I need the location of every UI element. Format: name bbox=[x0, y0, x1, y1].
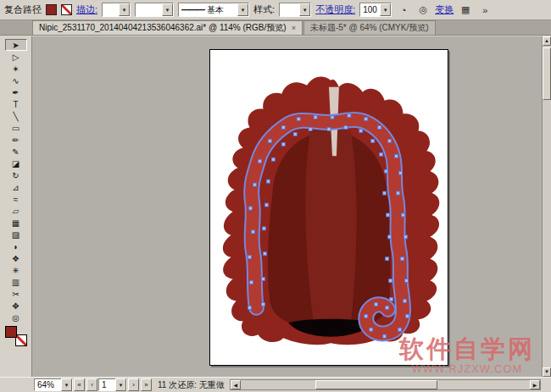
anchor-point[interactable] bbox=[380, 152, 383, 156]
anchor-point[interactable] bbox=[266, 179, 270, 183]
warp-tool[interactable]: ≈ bbox=[5, 193, 27, 205]
variable-width-combo[interactable]: ▼ bbox=[135, 3, 174, 17]
eraser-tool[interactable]: ◪ bbox=[5, 157, 27, 169]
stroke-panel-link[interactable]: 描边: bbox=[76, 3, 97, 16]
stroke-weight-combo[interactable]: ▼ bbox=[102, 3, 131, 17]
artboard-number-combo[interactable]: 1 ▼ bbox=[98, 378, 127, 391]
chevron-down-icon[interactable]: ▼ bbox=[162, 3, 173, 16]
anchor-point[interactable] bbox=[309, 128, 312, 131]
lasso-tool[interactable]: ∿ bbox=[5, 75, 27, 86]
graph-tool[interactable]: ▥ bbox=[5, 276, 27, 288]
paintbrush-tool[interactable]: ✏ bbox=[5, 134, 27, 146]
symbol-sprayer-tool[interactable]: ✳ bbox=[5, 264, 27, 276]
anchor-point[interactable] bbox=[344, 126, 348, 130]
anchor-point[interactable] bbox=[365, 118, 368, 121]
anchor-point[interactable] bbox=[404, 235, 408, 239]
artwork-svg[interactable] bbox=[210, 50, 448, 365]
isolate-mode-icon[interactable]: ◎ bbox=[415, 3, 431, 18]
anchor-point[interactable] bbox=[249, 207, 253, 210]
anchor-point[interactable] bbox=[327, 128, 331, 131]
horizontal-scroll-thumb[interactable] bbox=[315, 380, 437, 389]
anchor-point[interactable] bbox=[385, 169, 388, 173]
anchor-point[interactable] bbox=[281, 142, 285, 146]
zoom-level-combo[interactable]: 64% ▼ bbox=[34, 378, 73, 391]
anchor-point[interactable] bbox=[263, 252, 266, 256]
eyedropper-tool[interactable]: ◗ bbox=[5, 240, 27, 252]
scroll-up-icon[interactable]: ▲ bbox=[543, 36, 551, 46]
opacity-combo[interactable]: 100 ▼ bbox=[359, 3, 392, 17]
rectangle-tool[interactable]: ▭ bbox=[5, 122, 27, 134]
brush-definition-combo[interactable]: ——— 基本 ▼ bbox=[178, 3, 249, 17]
anchor-point[interactable] bbox=[399, 171, 403, 174]
anchor-point[interactable] bbox=[359, 129, 363, 132]
anchor-point[interactable] bbox=[365, 314, 368, 317]
anchor-point[interactable] bbox=[258, 159, 261, 163]
scale-tool[interactable]: ⊿ bbox=[5, 181, 27, 193]
anchor-point[interactable] bbox=[378, 126, 381, 130]
anchor-point[interactable] bbox=[395, 154, 398, 157]
style-combo[interactable]: ▼ bbox=[279, 3, 311, 17]
rotate-tool[interactable]: ↻ bbox=[5, 169, 27, 181]
tab-document-2[interactable]: 未标题-5* @ 64% (CMYK/预览) bbox=[303, 20, 436, 35]
selection-tool[interactable]: ➤ bbox=[5, 39, 27, 51]
type-tool[interactable]: T bbox=[5, 98, 27, 110]
anchor-point[interactable] bbox=[262, 227, 265, 230]
anchor-point[interactable] bbox=[370, 328, 373, 331]
tab-document-1[interactable]: Nipic_2531170_20140404213536046362.ai* @… bbox=[32, 20, 303, 35]
chevron-down-icon[interactable]: ▼ bbox=[380, 3, 391, 16]
anchor-point[interactable] bbox=[405, 279, 409, 283]
chevron-down-icon[interactable]: ▼ bbox=[61, 378, 72, 391]
opacity-panel-link[interactable]: 不透明度: bbox=[315, 3, 355, 16]
scroll-down-icon[interactable]: ▼ bbox=[543, 367, 551, 377]
anchor-point[interactable] bbox=[250, 281, 253, 284]
anchor-point[interactable] bbox=[331, 116, 334, 119]
chevron-down-icon[interactable]: ▼ bbox=[115, 378, 126, 391]
anchor-point[interactable] bbox=[264, 203, 268, 207]
pencil-tool[interactable]: ✎ bbox=[5, 146, 27, 157]
panel-grid-icon[interactable]: ▦ bbox=[458, 3, 473, 18]
anchor-point[interactable] bbox=[402, 213, 405, 217]
anchor-point[interactable] bbox=[314, 116, 317, 119]
anchor-point[interactable] bbox=[383, 191, 387, 195]
anchor-point[interactable] bbox=[389, 279, 392, 283]
blend-tool[interactable]: ❖ bbox=[5, 252, 27, 264]
vertical-scrollbar[interactable]: ▲ ▼ bbox=[542, 36, 551, 377]
anchor-point[interactable] bbox=[371, 139, 375, 142]
previous-artboard-button[interactable]: ‹ bbox=[86, 378, 97, 391]
vertical-scroll-thumb[interactable] bbox=[543, 47, 551, 100]
anchor-point[interactable] bbox=[406, 314, 409, 317]
anchor-point[interactable] bbox=[401, 257, 404, 261]
anchor-point[interactable] bbox=[388, 139, 392, 142]
hair-center-column[interactable] bbox=[305, 126, 356, 325]
anchor-point[interactable] bbox=[390, 297, 393, 301]
horizontal-scroll-track[interactable] bbox=[241, 380, 530, 389]
anchor-point[interactable] bbox=[297, 118, 300, 121]
anchor-point[interactable] bbox=[386, 306, 389, 309]
first-artboard-button[interactable]: « bbox=[74, 378, 85, 391]
anchor-point[interactable] bbox=[398, 328, 402, 331]
anchor-point[interactable] bbox=[397, 191, 400, 195]
mesh-tool[interactable]: ▦ bbox=[5, 217, 27, 229]
canvas-area[interactable]: 软件自学网 WWW.RJZXW.COM bbox=[32, 36, 542, 377]
close-icon[interactable]: × bbox=[292, 24, 296, 32]
last-artboard-button[interactable]: » bbox=[141, 378, 152, 391]
pen-tool[interactable]: ✒ bbox=[5, 86, 27, 98]
gradient-tool[interactable]: ▨ bbox=[5, 229, 27, 240]
line-tool[interactable]: ╲ bbox=[5, 110, 27, 122]
transform-panel-link[interactable]: 变换 bbox=[435, 3, 454, 16]
anchor-point[interactable] bbox=[383, 334, 387, 338]
magic-wand-tool[interactable]: ✶ bbox=[5, 63, 27, 75]
anchor-point[interactable] bbox=[386, 257, 389, 261]
direct-selection-tool[interactable]: ▷ bbox=[5, 51, 27, 63]
artboard[interactable] bbox=[209, 49, 448, 366]
anchor-point[interactable] bbox=[268, 139, 271, 142]
anchor-point[interactable] bbox=[281, 126, 285, 130]
slice-tool[interactable]: ✂ bbox=[5, 288, 27, 300]
anchor-point[interactable] bbox=[253, 183, 256, 186]
scroll-right-icon[interactable]: ▶ bbox=[530, 380, 540, 389]
anchor-point[interactable] bbox=[248, 306, 252, 309]
anchor-point[interactable] bbox=[375, 302, 378, 306]
anchor-point[interactable] bbox=[248, 256, 252, 259]
chevron-down-icon[interactable]: ▼ bbox=[237, 3, 248, 16]
horizontal-scrollbar[interactable]: ◀ ▶ bbox=[230, 379, 541, 390]
